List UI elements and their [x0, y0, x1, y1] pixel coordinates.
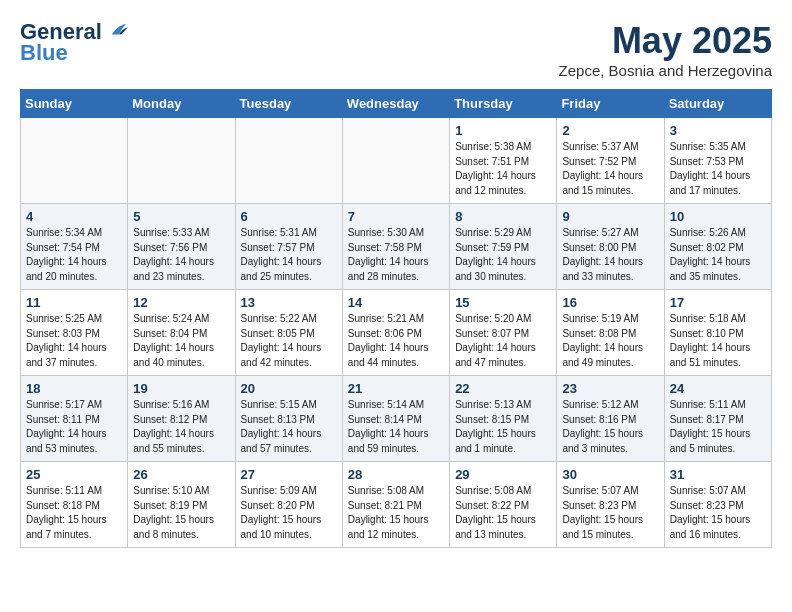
- day-number: 29: [455, 467, 551, 482]
- day-info: Sunrise: 5:33 AM Sunset: 7:56 PM Dayligh…: [133, 226, 229, 284]
- calendar-day-cell: 13Sunrise: 5:22 AM Sunset: 8:05 PM Dayli…: [235, 290, 342, 376]
- day-number: 1: [455, 123, 551, 138]
- day-info: Sunrise: 5:19 AM Sunset: 8:08 PM Dayligh…: [562, 312, 658, 370]
- day-number: 19: [133, 381, 229, 396]
- weekday-header-cell: Saturday: [664, 90, 771, 118]
- weekday-header-row: SundayMondayTuesdayWednesdayThursdayFrid…: [21, 90, 772, 118]
- day-number: 22: [455, 381, 551, 396]
- calendar-day-cell: 23Sunrise: 5:12 AM Sunset: 8:16 PM Dayli…: [557, 376, 664, 462]
- calendar-day-cell: 28Sunrise: 5:08 AM Sunset: 8:21 PM Dayli…: [342, 462, 449, 548]
- day-info: Sunrise: 5:22 AM Sunset: 8:05 PM Dayligh…: [241, 312, 337, 370]
- day-info: Sunrise: 5:08 AM Sunset: 8:21 PM Dayligh…: [348, 484, 444, 542]
- day-info: Sunrise: 5:11 AM Sunset: 8:17 PM Dayligh…: [670, 398, 766, 456]
- day-info: Sunrise: 5:34 AM Sunset: 7:54 PM Dayligh…: [26, 226, 122, 284]
- calendar-day-cell: 22Sunrise: 5:13 AM Sunset: 8:15 PM Dayli…: [450, 376, 557, 462]
- day-number: 7: [348, 209, 444, 224]
- calendar-day-cell: 17Sunrise: 5:18 AM Sunset: 8:10 PM Dayli…: [664, 290, 771, 376]
- weekday-header-cell: Friday: [557, 90, 664, 118]
- calendar-day-cell: 25Sunrise: 5:11 AM Sunset: 8:18 PM Dayli…: [21, 462, 128, 548]
- weekday-header-cell: Monday: [128, 90, 235, 118]
- day-number: 16: [562, 295, 658, 310]
- day-number: 10: [670, 209, 766, 224]
- day-number: 27: [241, 467, 337, 482]
- day-number: 9: [562, 209, 658, 224]
- day-number: 3: [670, 123, 766, 138]
- calendar-day-cell: 15Sunrise: 5:20 AM Sunset: 8:07 PM Dayli…: [450, 290, 557, 376]
- page-header: General Blue May 2025 Zepce, Bosnia and …: [20, 20, 772, 79]
- calendar-day-cell: 16Sunrise: 5:19 AM Sunset: 8:08 PM Dayli…: [557, 290, 664, 376]
- calendar-day-cell: 18Sunrise: 5:17 AM Sunset: 8:11 PM Dayli…: [21, 376, 128, 462]
- calendar-week-row: 4Sunrise: 5:34 AM Sunset: 7:54 PM Daylig…: [21, 204, 772, 290]
- day-number: 30: [562, 467, 658, 482]
- calendar-day-cell: [235, 118, 342, 204]
- day-info: Sunrise: 5:13 AM Sunset: 8:15 PM Dayligh…: [455, 398, 551, 456]
- day-number: 11: [26, 295, 122, 310]
- calendar-day-cell: 11Sunrise: 5:25 AM Sunset: 8:03 PM Dayli…: [21, 290, 128, 376]
- calendar-day-cell: 7Sunrise: 5:30 AM Sunset: 7:58 PM Daylig…: [342, 204, 449, 290]
- day-number: 15: [455, 295, 551, 310]
- day-info: Sunrise: 5:07 AM Sunset: 8:23 PM Dayligh…: [670, 484, 766, 542]
- day-number: 26: [133, 467, 229, 482]
- calendar-day-cell: 6Sunrise: 5:31 AM Sunset: 7:57 PM Daylig…: [235, 204, 342, 290]
- day-number: 25: [26, 467, 122, 482]
- day-number: 14: [348, 295, 444, 310]
- day-number: 24: [670, 381, 766, 396]
- day-info: Sunrise: 5:07 AM Sunset: 8:23 PM Dayligh…: [562, 484, 658, 542]
- day-info: Sunrise: 5:16 AM Sunset: 8:12 PM Dayligh…: [133, 398, 229, 456]
- location-subtitle: Zepce, Bosnia and Herzegovina: [559, 62, 772, 79]
- day-number: 21: [348, 381, 444, 396]
- title-block: May 2025 Zepce, Bosnia and Herzegovina: [559, 20, 772, 79]
- calendar-day-cell: 10Sunrise: 5:26 AM Sunset: 8:02 PM Dayli…: [664, 204, 771, 290]
- day-info: Sunrise: 5:10 AM Sunset: 8:19 PM Dayligh…: [133, 484, 229, 542]
- day-info: Sunrise: 5:21 AM Sunset: 8:06 PM Dayligh…: [348, 312, 444, 370]
- day-info: Sunrise: 5:18 AM Sunset: 8:10 PM Dayligh…: [670, 312, 766, 370]
- calendar-day-cell: 12Sunrise: 5:24 AM Sunset: 8:04 PM Dayli…: [128, 290, 235, 376]
- day-info: Sunrise: 5:31 AM Sunset: 7:57 PM Dayligh…: [241, 226, 337, 284]
- day-number: 23: [562, 381, 658, 396]
- calendar-day-cell: 30Sunrise: 5:07 AM Sunset: 8:23 PM Dayli…: [557, 462, 664, 548]
- day-number: 18: [26, 381, 122, 396]
- calendar-day-cell: 8Sunrise: 5:29 AM Sunset: 7:59 PM Daylig…: [450, 204, 557, 290]
- month-title: May 2025: [559, 20, 772, 62]
- calendar-day-cell: 9Sunrise: 5:27 AM Sunset: 8:00 PM Daylig…: [557, 204, 664, 290]
- calendar-day-cell: 27Sunrise: 5:09 AM Sunset: 8:20 PM Dayli…: [235, 462, 342, 548]
- day-info: Sunrise: 5:08 AM Sunset: 8:22 PM Dayligh…: [455, 484, 551, 542]
- weekday-header-cell: Thursday: [450, 90, 557, 118]
- day-number: 12: [133, 295, 229, 310]
- day-number: 20: [241, 381, 337, 396]
- calendar-day-cell: 29Sunrise: 5:08 AM Sunset: 8:22 PM Dayli…: [450, 462, 557, 548]
- day-info: Sunrise: 5:35 AM Sunset: 7:53 PM Dayligh…: [670, 140, 766, 198]
- day-number: 13: [241, 295, 337, 310]
- day-info: Sunrise: 5:26 AM Sunset: 8:02 PM Dayligh…: [670, 226, 766, 284]
- weekday-header-cell: Sunday: [21, 90, 128, 118]
- logo: General Blue: [20, 20, 128, 66]
- day-number: 6: [241, 209, 337, 224]
- day-info: Sunrise: 5:12 AM Sunset: 8:16 PM Dayligh…: [562, 398, 658, 456]
- day-info: Sunrise: 5:30 AM Sunset: 7:58 PM Dayligh…: [348, 226, 444, 284]
- calendar-day-cell: 5Sunrise: 5:33 AM Sunset: 7:56 PM Daylig…: [128, 204, 235, 290]
- day-info: Sunrise: 5:37 AM Sunset: 7:52 PM Dayligh…: [562, 140, 658, 198]
- day-number: 2: [562, 123, 658, 138]
- calendar-day-cell: [128, 118, 235, 204]
- calendar-day-cell: 2Sunrise: 5:37 AM Sunset: 7:52 PM Daylig…: [557, 118, 664, 204]
- calendar-week-row: 1Sunrise: 5:38 AM Sunset: 7:51 PM Daylig…: [21, 118, 772, 204]
- calendar-day-cell: 4Sunrise: 5:34 AM Sunset: 7:54 PM Daylig…: [21, 204, 128, 290]
- calendar-day-cell: 26Sunrise: 5:10 AM Sunset: 8:19 PM Dayli…: [128, 462, 235, 548]
- day-number: 5: [133, 209, 229, 224]
- calendar-day-cell: 14Sunrise: 5:21 AM Sunset: 8:06 PM Dayli…: [342, 290, 449, 376]
- day-info: Sunrise: 5:27 AM Sunset: 8:00 PM Dayligh…: [562, 226, 658, 284]
- day-info: Sunrise: 5:20 AM Sunset: 8:07 PM Dayligh…: [455, 312, 551, 370]
- day-info: Sunrise: 5:09 AM Sunset: 8:20 PM Dayligh…: [241, 484, 337, 542]
- day-info: Sunrise: 5:17 AM Sunset: 8:11 PM Dayligh…: [26, 398, 122, 456]
- day-info: Sunrise: 5:15 AM Sunset: 8:13 PM Dayligh…: [241, 398, 337, 456]
- day-number: 8: [455, 209, 551, 224]
- calendar-day-cell: 1Sunrise: 5:38 AM Sunset: 7:51 PM Daylig…: [450, 118, 557, 204]
- day-info: Sunrise: 5:14 AM Sunset: 8:14 PM Dayligh…: [348, 398, 444, 456]
- day-info: Sunrise: 5:29 AM Sunset: 7:59 PM Dayligh…: [455, 226, 551, 284]
- weekday-header-cell: Tuesday: [235, 90, 342, 118]
- calendar-week-row: 25Sunrise: 5:11 AM Sunset: 8:18 PM Dayli…: [21, 462, 772, 548]
- calendar-day-cell: 24Sunrise: 5:11 AM Sunset: 8:17 PM Dayli…: [664, 376, 771, 462]
- weekday-header-cell: Wednesday: [342, 90, 449, 118]
- day-info: Sunrise: 5:24 AM Sunset: 8:04 PM Dayligh…: [133, 312, 229, 370]
- day-number: 31: [670, 467, 766, 482]
